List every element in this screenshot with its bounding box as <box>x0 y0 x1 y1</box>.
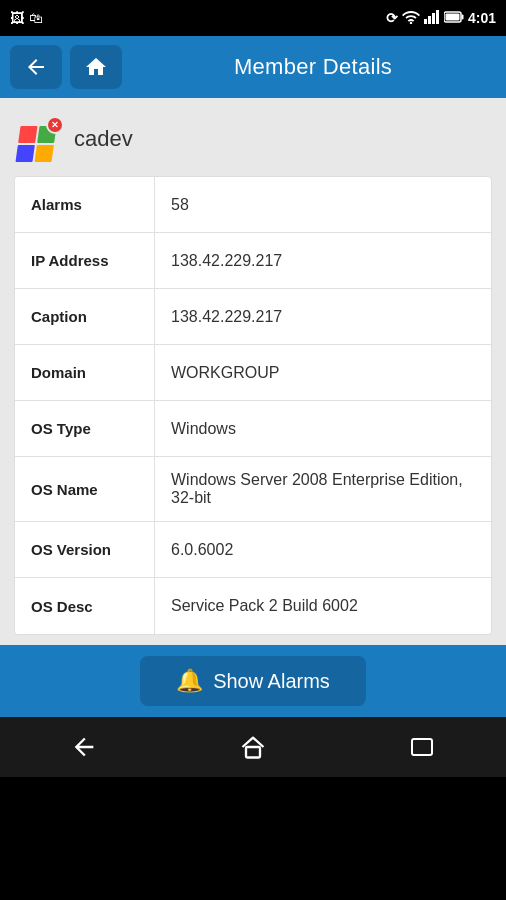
android-back-button[interactable] <box>64 727 104 767</box>
table-row: OS TypeWindows <box>15 401 491 457</box>
main-content: cadev Alarms58IP Address138.42.229.217Ca… <box>0 98 506 645</box>
svg-point-0 <box>410 21 412 23</box>
detail-value: Windows <box>155 401 491 456</box>
svg-rect-4 <box>436 10 439 24</box>
detail-label: OS Desc <box>15 578 155 634</box>
android-nav-bar <box>0 717 506 777</box>
device-header: cadev <box>14 116 492 162</box>
detail-value: WORKGROUP <box>155 345 491 400</box>
status-icons-right: ⟳ 4:01 <box>386 10 496 27</box>
detail-value: 138.42.229.217 <box>155 289 491 344</box>
wifi-icon <box>402 10 420 27</box>
svg-rect-8 <box>246 747 260 758</box>
back-arrow-icon <box>24 55 48 79</box>
table-row: Alarms58 <box>15 177 491 233</box>
action-bar: 🔔 Show Alarms <box>0 645 506 717</box>
home-button[interactable] <box>70 45 122 89</box>
svg-rect-3 <box>432 13 435 24</box>
rotate-icon: ⟳ <box>386 10 398 26</box>
detail-label: OS Type <box>15 401 155 456</box>
device-name: cadev <box>74 126 133 152</box>
detail-label: OS Version <box>15 522 155 577</box>
image-icon: 🖼 <box>10 10 24 26</box>
show-alarms-button[interactable]: 🔔 Show Alarms <box>140 656 366 706</box>
back-button[interactable] <box>10 45 62 89</box>
bag-icon: 🛍 <box>29 10 43 26</box>
detail-label: IP Address <box>15 233 155 288</box>
detail-value: 6.0.6002 <box>155 522 491 577</box>
svg-rect-6 <box>461 15 463 20</box>
detail-value: Service Pack 2 Build 6002 <box>155 578 491 634</box>
svg-rect-7 <box>445 14 459 21</box>
table-row: OS NameWindows Server 2008 Enterprise Ed… <box>15 457 491 522</box>
table-row: DomainWORKGROUP <box>15 345 491 401</box>
detail-value: 138.42.229.217 <box>155 233 491 288</box>
detail-label: Caption <box>15 289 155 344</box>
alarm-badge <box>46 116 64 134</box>
svg-rect-1 <box>424 19 427 24</box>
detail-value: 58 <box>155 177 491 232</box>
svg-rect-2 <box>428 16 431 24</box>
home-icon <box>84 55 108 79</box>
android-recents-button[interactable] <box>402 727 442 767</box>
device-icon-wrapper <box>18 116 64 162</box>
detail-label: Alarms <box>15 177 155 232</box>
status-icons-left: 🖼 🛍 <box>10 10 43 26</box>
android-back-icon <box>70 733 98 761</box>
android-home-button[interactable] <box>233 727 273 767</box>
android-recents-icon <box>408 735 436 759</box>
show-alarms-label: Show Alarms <box>213 670 330 693</box>
table-row: IP Address138.42.229.217 <box>15 233 491 289</box>
signal-icon <box>424 10 440 27</box>
bell-icon: 🔔 <box>176 668 203 694</box>
table-row: OS Version6.0.6002 <box>15 522 491 578</box>
page-title: Member Details <box>130 54 496 80</box>
nav-bar: Member Details <box>0 36 506 98</box>
svg-rect-9 <box>412 739 432 755</box>
table-row: OS DescService Pack 2 Build 6002 <box>15 578 491 634</box>
status-bar: 🖼 🛍 ⟳ 4:0 <box>0 0 506 36</box>
battery-icon <box>444 10 464 26</box>
details-table: Alarms58IP Address138.42.229.217Caption1… <box>14 176 492 635</box>
detail-label: Domain <box>15 345 155 400</box>
time-display: 4:01 <box>468 10 496 26</box>
android-home-icon <box>239 733 267 761</box>
detail-label: OS Name <box>15 457 155 521</box>
detail-value: Windows Server 2008 Enterprise Edition, … <box>155 457 491 521</box>
table-row: Caption138.42.229.217 <box>15 289 491 345</box>
